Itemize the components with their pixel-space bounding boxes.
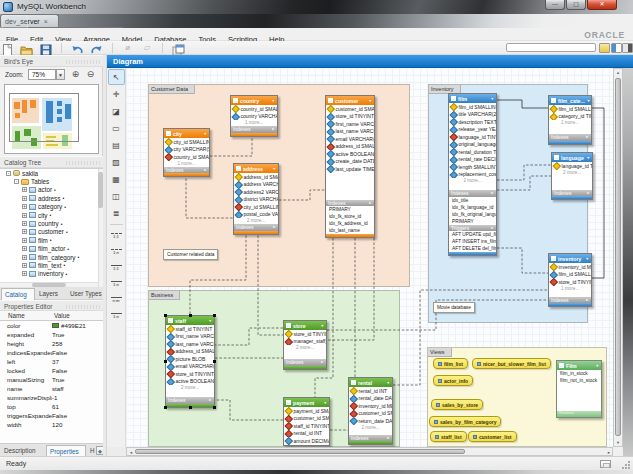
selection-handle[interactable] xyxy=(213,360,216,363)
tree-expander-icon[interactable]: + xyxy=(22,196,27,201)
selection-handle[interactable] xyxy=(213,314,216,317)
tree-expander-icon[interactable]: + xyxy=(22,263,27,268)
table-header[interactable]: film▼ xyxy=(449,94,496,103)
layer-tool[interactable]: ▭ xyxy=(108,120,125,136)
table-figure-inventory[interactable]: inventory▼inventory_id MEDI...film_id SM… xyxy=(548,253,592,307)
table-header[interactable]: film_cate...▼ xyxy=(549,96,591,105)
eraser-tool[interactable]: ◪ xyxy=(108,103,125,119)
table-header[interactable]: country▼ xyxy=(231,96,277,105)
diagram-canvas[interactable]: Customer DataInventoryBusinessViewscount… xyxy=(126,68,613,447)
section-expand-icon[interactable]: ► xyxy=(273,225,276,229)
table-expand-icon[interactable]: ▼ xyxy=(369,99,372,103)
tree-item-film_actor[interactable]: +film_actor• xyxy=(0,245,103,253)
view-sales_by_store[interactable]: sales_by_store xyxy=(431,399,483,410)
view-actor_info[interactable]: actor_info xyxy=(433,375,473,386)
table-expand-icon[interactable]: ▼ xyxy=(587,99,590,103)
hand-tool[interactable]: ✛ xyxy=(108,86,125,102)
note-1[interactable]: Customer related data xyxy=(163,249,218,260)
tree-expander-icon[interactable]: + xyxy=(22,221,27,226)
section-expand-icon[interactable]: ► xyxy=(586,298,589,302)
tree-expander-icon[interactable]: + xyxy=(22,271,27,276)
new-diagram-window-icon[interactable] xyxy=(172,42,185,54)
table-figure-city[interactable]: city▼city_id SMALLINTcity VARCHAR(50)cou… xyxy=(163,128,210,177)
routine-group-expand-icon[interactable]: ▼ xyxy=(596,364,599,368)
tree-item-city[interactable]: +city• xyxy=(0,211,103,219)
table-expand-icon[interactable]: ▼ xyxy=(204,132,207,136)
new-document-icon[interactable] xyxy=(1,42,14,54)
property-row-top[interactable]: top61 xyxy=(0,402,103,411)
pointer-tool[interactable]: ↖ xyxy=(108,69,125,85)
table-header[interactable]: address▼ xyxy=(234,164,278,173)
tree-item-inventory[interactable]: +inventory• xyxy=(0,270,103,278)
section-expand-icon[interactable]: ► xyxy=(491,191,494,195)
section-expand-icon[interactable]: ► xyxy=(209,398,212,402)
tree-item-film_text[interactable]: +film_text• xyxy=(0,261,103,269)
toggle-grid-icon[interactable]: ø xyxy=(121,42,134,54)
table-expand-icon[interactable]: ▼ xyxy=(586,257,589,261)
zoom-in-icon[interactable]: ⊕ xyxy=(70,69,81,80)
scrollbar-thumb[interactable] xyxy=(615,78,621,436)
zoom-select[interactable]: 75% xyxy=(28,69,56,80)
section-expand-icon[interactable]: ► xyxy=(204,168,207,172)
scroll-right-icon[interactable]: ► xyxy=(605,450,613,455)
view-staff_list[interactable]: staff_list xyxy=(430,431,467,442)
toggle-snap-icon[interactable]: ▱ xyxy=(141,42,154,54)
table-figure-customer[interactable]: customer▼customer_id SMALL...store_id TI… xyxy=(325,95,375,238)
table-expand-icon[interactable]: ▼ xyxy=(324,401,327,405)
table-expand-icon[interactable]: ▼ xyxy=(587,156,590,160)
tree-item-customer[interactable]: +customer• xyxy=(0,228,103,236)
property-row-name[interactable]: namestaff xyxy=(0,384,103,393)
tree-expander-icon[interactable]: + xyxy=(22,204,27,209)
tree-expander-icon[interactable]: + xyxy=(22,246,27,251)
selection-handle[interactable] xyxy=(164,360,167,363)
property-row-triggersExpanded[interactable]: triggersExpandedFalse xyxy=(0,411,103,420)
table-figure-film_cate[interactable]: film_cate...▼film_id SMALLINTcategory_id… xyxy=(548,95,592,145)
tree-item-country[interactable]: +country• xyxy=(0,219,103,227)
table-expand-icon[interactable]: ▼ xyxy=(273,167,276,171)
table-expand-icon[interactable]: ▼ xyxy=(387,381,390,385)
table-figure-store[interactable]: store▼store_id TINYINTmanager_staff_id .… xyxy=(283,320,327,370)
tree-expander-icon[interactable]: + xyxy=(22,213,27,218)
save-model-icon[interactable] xyxy=(40,42,53,54)
minimap-viewport[interactable] xyxy=(9,93,79,142)
tree-expander-icon[interactable]: + xyxy=(22,187,27,192)
tree-item-film[interactable]: +film• xyxy=(0,236,103,244)
table-figure-address[interactable]: address▼address_id SMALLINTaddress VARCH… xyxy=(233,163,279,235)
routine-group-header[interactable]: Film▼ xyxy=(557,361,601,370)
table-header[interactable]: rental▼ xyxy=(349,378,392,387)
undo-icon[interactable] xyxy=(71,42,84,54)
table-figure-rental[interactable]: rental▼rental_id INTrental_date DATE...i… xyxy=(348,377,393,445)
canvas-vertical-scrollbar[interactable]: ▲ ▼ xyxy=(613,68,623,447)
property-row-locked[interactable]: lockedFalse xyxy=(0,366,103,375)
table-figure-film[interactable]: film▼film_id SMALLINTtitle VARCHAR(255)d… xyxy=(448,93,497,256)
open-model-icon[interactable] xyxy=(20,42,33,54)
search-input[interactable] xyxy=(506,43,596,52)
routine-group-film[interactable]: Film▼film_in_stockfilm_not_in_stockRouti… xyxy=(556,360,602,418)
section-expand-icon[interactable]: ► xyxy=(321,360,324,364)
selection-handle[interactable] xyxy=(213,406,216,409)
rel-1-n-non-identifying[interactable]: 1:n xyxy=(108,244,124,259)
tree-expander-icon[interactable]: + xyxy=(22,255,27,260)
table-figure-language[interactable]: language▼language_id TINY...2 more...Ind… xyxy=(551,152,593,200)
section-expand-icon[interactable]: ► xyxy=(586,135,589,139)
selection-handle[interactable] xyxy=(164,314,167,317)
note-2[interactable]: Movie database xyxy=(433,302,475,313)
table-header[interactable]: inventory▼ xyxy=(549,254,591,263)
image-tool[interactable]: ▨ xyxy=(108,154,125,170)
tab-catalog[interactable]: Catalog xyxy=(1,288,35,300)
view-tool[interactable]: ◫ xyxy=(108,188,125,204)
tree-expander-icon[interactable]: + xyxy=(22,238,27,243)
property-row-indicesExpanded[interactable]: indicesExpandedFalse xyxy=(0,348,103,357)
minimize-button[interactable]: — xyxy=(545,0,565,10)
scroll-up-icon[interactable]: ▲ xyxy=(614,70,622,75)
section-expand-icon[interactable]: ► xyxy=(272,127,275,131)
table-header[interactable]: customer▼ xyxy=(326,96,374,105)
birds-eye-minimap[interactable] xyxy=(4,84,99,154)
selection-handle[interactable] xyxy=(189,314,192,317)
table-tool[interactable]: ▦ xyxy=(108,171,125,187)
table-figure-staff[interactable]: staff▼staff_id TINYINTfirst_name VARCH..… xyxy=(165,315,215,408)
section-expand-icon[interactable]: ► xyxy=(387,436,390,440)
tab-user-types[interactable]: User Types xyxy=(67,288,105,300)
tree-expander-icon[interactable]: - xyxy=(6,171,11,176)
selection-handle[interactable] xyxy=(189,406,192,409)
